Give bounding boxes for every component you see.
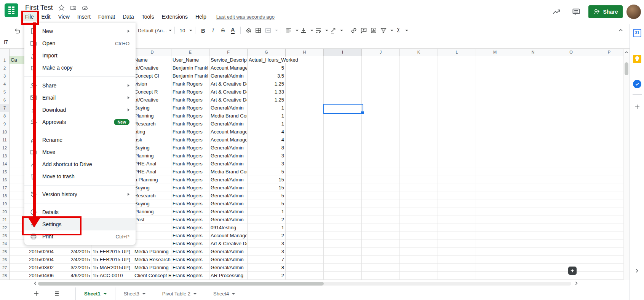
cell-C28[interactable]: 15-ACC-0010 [91,272,133,280]
cell-O18[interactable] [552,192,590,200]
cell-P11[interactable] [590,136,628,144]
cell-H24[interactable] [286,240,324,248]
cell-F19[interactable]: General/Admin [209,200,248,208]
row-header-1[interactable]: 1 [0,56,10,64]
cell-M14[interactable] [476,160,514,168]
row-header-20[interactable]: 20 [0,208,10,216]
cell-J24[interactable] [362,240,400,248]
cell-O3[interactable] [552,72,590,80]
undo-icon[interactable] [14,27,21,34]
cell-N13[interactable] [514,152,552,160]
row-header-21[interactable]: 21 [0,216,10,224]
cell-D7[interactable]: Buying [133,104,171,112]
cell-D12[interactable]: Buying [133,144,171,152]
cell-K1[interactable] [400,56,438,64]
cell-E16[interactable]: Frank Rogers [171,176,209,184]
cell-P12[interactable] [590,144,628,152]
cell-I4[interactable] [324,80,362,88]
cell-A28[interactable]: 2015/04/06 [10,272,55,280]
cell-O17[interactable] [552,184,590,192]
cell-H20[interactable] [286,208,324,216]
cell-F14[interactable]: General/Admin [209,160,248,168]
cell-G19[interactable]: 5 [248,200,286,208]
insert-chart-icon[interactable] [369,25,379,35]
row-header-19[interactable]: 19 [0,200,10,208]
cell-E19[interactable]: Frank Rogers [171,200,209,208]
cell-O7[interactable] [552,104,590,112]
cell-I26[interactable] [324,256,362,264]
cell-D23[interactable] [133,232,171,240]
column-header-E[interactable]: E [171,48,209,56]
menu-item-approvals[interactable]: ApprovalsNew [24,116,136,128]
menubar-item-insert[interactable]: Insert [74,12,94,21]
cell-P18[interactable] [590,192,628,200]
menubar-item-file[interactable]: File [21,12,38,21]
cell-J1[interactable] [362,56,400,64]
cell-J17[interactable] [362,184,400,192]
menu-item-details[interactable]: Details [24,206,136,218]
cell-L18[interactable] [438,192,476,200]
cell-K14[interactable] [400,160,438,168]
cell-E5[interactable]: Frank Rogers [171,88,209,96]
cell-O12[interactable] [552,144,590,152]
cell-K9[interactable] [400,120,438,128]
cell-G22[interactable]: 1 [248,224,286,232]
cell-H14[interactable] [286,160,324,168]
cell-P17[interactable] [590,184,628,192]
menubar-item-help[interactable]: Help [192,12,210,21]
cell-H16[interactable] [286,176,324,184]
cell-P28[interactable] [590,272,628,280]
cell-I19[interactable] [324,200,362,208]
cell-F13[interactable]: General/Admin [209,152,248,160]
cloud-status-icon[interactable] [81,5,88,11]
cell-E23[interactable]: Frank Rogers [171,232,209,240]
cell-L11[interactable] [438,136,476,144]
filter-caret-icon[interactable] [390,30,393,31]
cell-I28[interactable] [324,272,362,280]
cell-E13[interactable]: Frank Rogers [171,152,209,160]
cell-M8[interactable] [476,112,514,120]
cell-F9[interactable]: General/Admin [209,120,248,128]
cell-K17[interactable] [400,184,438,192]
cell-I20[interactable] [324,208,362,216]
cell-K25[interactable] [400,248,438,256]
cell-H15[interactable] [286,168,324,176]
cell-I12[interactable] [324,144,362,152]
cell-H18[interactable] [286,192,324,200]
menu-item-share[interactable]: Share [24,79,136,92]
cell-P4[interactable] [590,80,628,88]
font-size-select[interactable]: 10 [177,28,187,33]
column-header-I[interactable]: I [324,48,362,56]
cell-F18[interactable]: General/Admin [209,192,248,200]
cell-E14[interactable]: Frank Rogers [171,160,209,168]
cell-M28[interactable] [476,272,514,280]
comment-history-icon[interactable] [572,8,580,16]
cell-L7[interactable] [438,104,476,112]
cell-L26[interactable] [438,256,476,264]
cell-I1[interactable] [324,56,362,64]
insert-comment-icon[interactable] [359,25,369,35]
cell-E28[interactable]: Frank Rogers [171,272,209,280]
cell-G5[interactable]: 1.33 [248,88,286,96]
cell-K6[interactable] [400,96,438,104]
cell-L10[interactable] [438,128,476,136]
cell-K21[interactable] [400,216,438,224]
cell-F5[interactable]: Art & Creative De [209,88,248,96]
menu-item-new[interactable]: New [24,25,136,37]
cell-G27[interactable]: 8 [248,264,286,272]
cell-G15[interactable]: 5 [248,168,286,176]
cell-N9[interactable] [514,120,552,128]
cell-O10[interactable] [552,128,590,136]
cell-F1[interactable]: Service_Descript [209,56,248,64]
cell-J7[interactable] [362,104,400,112]
cell-M17[interactable] [476,184,514,192]
cell-J2[interactable] [362,64,400,72]
cell-P1[interactable] [590,56,628,64]
cell-B26[interactable]: 2/4/2015 [55,256,91,264]
cell-H28[interactable] [286,272,324,280]
font-family-caret-icon[interactable] [169,30,172,31]
cell-L14[interactable] [438,160,476,168]
cell-H22[interactable] [286,224,324,232]
star-icon[interactable] [58,5,65,11]
cell-I2[interactable] [324,64,362,72]
